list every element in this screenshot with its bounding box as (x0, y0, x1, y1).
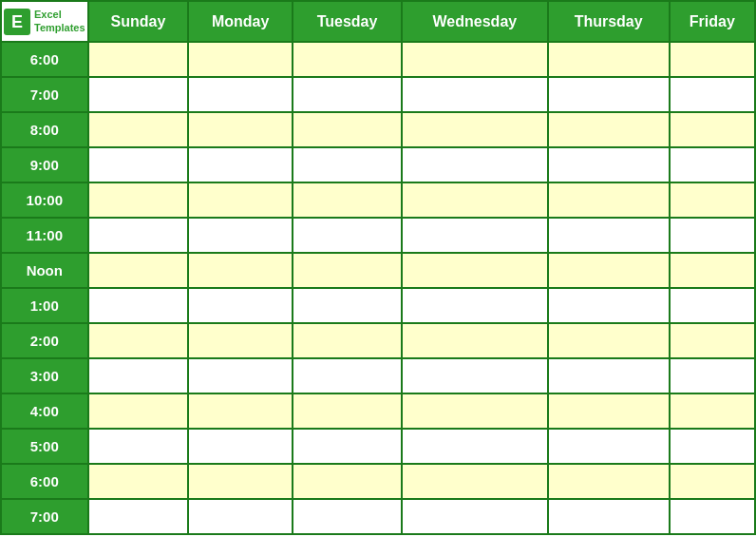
schedule-cell[interactable] (188, 499, 293, 534)
schedule-cell[interactable] (548, 464, 670, 499)
schedule-cell[interactable] (188, 393, 293, 429)
schedule-cell[interactable] (670, 323, 755, 358)
schedule-cell[interactable] (402, 323, 548, 358)
schedule-cell[interactable] (670, 393, 755, 429)
schedule-cell[interactable] (188, 323, 293, 358)
schedule-cell[interactable] (293, 218, 402, 253)
schedule-cell[interactable] (548, 182, 670, 218)
schedule-cell[interactable] (670, 464, 755, 499)
schedule-cell[interactable] (88, 42, 189, 77)
schedule-cell[interactable] (293, 358, 402, 393)
schedule-cell[interactable] (548, 77, 670, 112)
schedule-cell[interactable] (293, 147, 402, 182)
time-label: 10:00 (1, 182, 88, 218)
schedule-cell[interactable] (293, 288, 402, 323)
schedule-cell[interactable] (188, 182, 293, 218)
time-label: 7:00 (1, 499, 88, 534)
schedule-cell[interactable] (293, 499, 402, 534)
schedule-cell[interactable] (88, 182, 189, 218)
schedule-cell[interactable] (548, 147, 670, 182)
schedule-cell[interactable] (402, 253, 548, 288)
col-tuesday: Tuesday (293, 1, 402, 42)
schedule-cell[interactable] (188, 288, 293, 323)
schedule-cell[interactable] (402, 147, 548, 182)
schedule-row: 7:00 (1, 499, 755, 534)
schedule-cell[interactable] (670, 429, 755, 464)
schedule-cell[interactable] (670, 147, 755, 182)
schedule-cell[interactable] (188, 218, 293, 253)
schedule-cell[interactable] (88, 112, 189, 147)
schedule-cell[interactable] (188, 112, 293, 147)
schedule-row: 8:00 (1, 112, 755, 147)
schedule-cell[interactable] (293, 182, 402, 218)
schedule-cell[interactable] (402, 358, 548, 393)
schedule-cell[interactable] (548, 358, 670, 393)
schedule-cell[interactable] (188, 253, 293, 288)
schedule-cell[interactable] (293, 253, 402, 288)
time-label: Noon (1, 253, 88, 288)
schedule-cell[interactable] (88, 393, 189, 429)
schedule-cell[interactable] (293, 77, 402, 112)
schedule-cell[interactable] (548, 429, 670, 464)
schedule-cell[interactable] (402, 218, 548, 253)
schedule-cell[interactable] (293, 429, 402, 464)
schedule-cell[interactable] (402, 464, 548, 499)
schedule-cell[interactable] (188, 358, 293, 393)
schedule-cell[interactable] (670, 77, 755, 112)
schedule-cell[interactable] (670, 288, 755, 323)
schedule-cell[interactable] (670, 358, 755, 393)
schedule-row: 11:00 (1, 218, 755, 253)
schedule-cell[interactable] (88, 464, 189, 499)
time-label: 5:00 (1, 429, 88, 464)
schedule-cell[interactable] (402, 499, 548, 534)
schedule-cell[interactable] (402, 77, 548, 112)
excel-icon: E (4, 9, 30, 35)
schedule-cell[interactable] (548, 42, 670, 77)
schedule-cell[interactable] (88, 77, 189, 112)
schedule-cell[interactable] (402, 429, 548, 464)
schedule-cell[interactable] (88, 288, 189, 323)
time-label: 7:00 (1, 77, 88, 112)
schedule-cell[interactable] (670, 42, 755, 77)
schedule-cell[interactable] (548, 499, 670, 534)
schedule-cell[interactable] (402, 112, 548, 147)
schedule-cell[interactable] (670, 499, 755, 534)
schedule-cell[interactable] (548, 323, 670, 358)
schedule-cell[interactable] (293, 393, 402, 429)
schedule-cell[interactable] (402, 288, 548, 323)
schedule-cell[interactable] (188, 77, 293, 112)
schedule-cell[interactable] (402, 42, 548, 77)
schedule-cell[interactable] (548, 112, 670, 147)
schedule-cell[interactable] (670, 182, 755, 218)
schedule-cell[interactable] (88, 358, 189, 393)
schedule-cell[interactable] (402, 393, 548, 429)
svg-text:E: E (11, 12, 23, 31)
schedule-cell[interactable] (670, 218, 755, 253)
schedule-cell[interactable] (188, 464, 293, 499)
time-label: 8:00 (1, 112, 88, 147)
schedule-cell[interactable] (88, 147, 189, 182)
schedule-cell[interactable] (293, 42, 402, 77)
schedule-cell[interactable] (293, 323, 402, 358)
schedule-cell[interactable] (88, 323, 189, 358)
schedule-cell[interactable] (670, 112, 755, 147)
schedule-row: Noon (1, 253, 755, 288)
schedule-cell[interactable] (88, 253, 189, 288)
schedule-cell[interactable] (188, 147, 293, 182)
schedule-cell[interactable] (188, 42, 293, 77)
schedule-cell[interactable] (548, 218, 670, 253)
schedule-cell[interactable] (88, 429, 189, 464)
schedule-row: 5:00 (1, 429, 755, 464)
schedule-cell[interactable] (88, 499, 189, 534)
schedule-cell[interactable] (548, 393, 670, 429)
schedule-cell[interactable] (188, 429, 293, 464)
schedule-row: 2:00 (1, 323, 755, 358)
schedule-cell[interactable] (293, 112, 402, 147)
schedule-cell[interactable] (670, 253, 755, 288)
schedule-cell[interactable] (293, 464, 402, 499)
time-label: 3:00 (1, 358, 88, 393)
schedule-cell[interactable] (88, 218, 189, 253)
schedule-cell[interactable] (548, 288, 670, 323)
schedule-cell[interactable] (548, 253, 670, 288)
schedule-cell[interactable] (402, 182, 548, 218)
